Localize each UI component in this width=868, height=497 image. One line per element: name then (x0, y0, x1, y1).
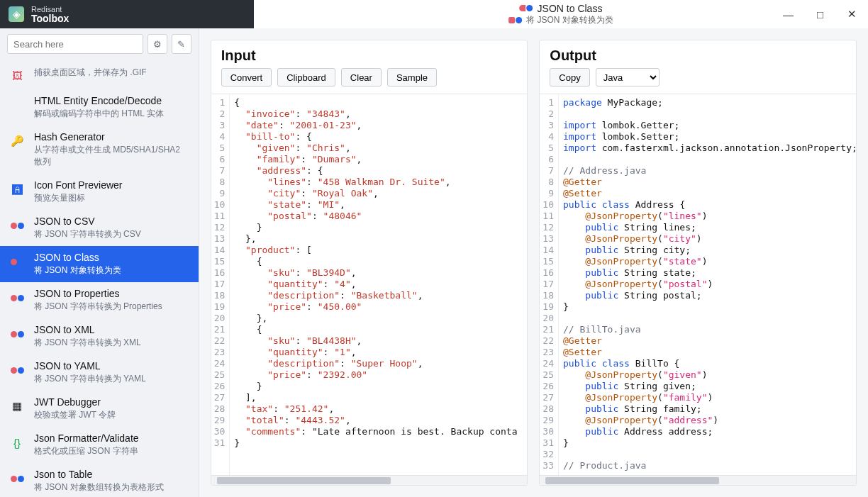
sidebar-item-title: Json to Table (34, 469, 164, 480)
titlebar: ◈ Redisant Toolbox JSON to Class 将 JSON … (0, 0, 868, 28)
sidebar-item-title: JSON to XML (34, 324, 141, 335)
sidebar-item-icon: 🅰 (9, 181, 26, 198)
sidebar-item-desc: 将 JSON 字符串转换为 Properties (34, 301, 162, 313)
clear-button[interactable]: Clear (341, 68, 382, 86)
sidebar-item-desc: 从字符串或文件生成 MD5/SHA1/SHA2 散列 (34, 144, 190, 168)
sidebar-item-icon (9, 325, 26, 342)
clipboard-button[interactable]: Clipboard (277, 68, 335, 86)
sidebar-item-desc: 解码或编码字符串中的 HTML 实体 (34, 108, 164, 120)
sidebar-item-title: Icon Font Previewer (34, 179, 123, 191)
sidebar-item-icon (9, 470, 26, 487)
sidebar-item-desc: 捕获桌面区域，并保存为 .GIF (34, 67, 147, 79)
sidebar-item-hash-generator[interactable]: 🔑Hash Generator从字符串或文件生成 MD5/SHA1/SHA2 散… (0, 125, 199, 174)
header-icon-2 (508, 17, 522, 23)
sidebar-item-title: JSON to Class (34, 252, 121, 263)
app-logo-icon: ◈ (9, 6, 24, 22)
sidebar-item-item[interactable]: 🖼捕获桌面区域，并保存为 .GIF (0, 60, 199, 89)
output-scrollbar-horizontal[interactable] (540, 475, 856, 485)
page-subtitle: 将 JSON 对象转换为类 (526, 14, 613, 26)
output-pane: Output Copy Java 1 2 3 4 5 6 7 8 9 10 11… (539, 40, 857, 486)
search-input[interactable] (7, 34, 143, 54)
sidebar-item-title: Hash Generator (34, 131, 190, 143)
sidebar-item-desc: 将 JSON 字符串转换为 YAML (34, 373, 146, 385)
sidebar-item-title: JWT Debugger (34, 396, 116, 408)
page-title: JSON to Class (538, 3, 603, 14)
window-maximize-button[interactable]: □ (804, 0, 836, 28)
input-scrollbar-horizontal[interactable] (211, 475, 528, 485)
sidebar-item-desc: 将 JSON 对象数组转换为表格形式 (34, 481, 164, 493)
settings-icon[interactable]: ⚙ (148, 34, 167, 54)
sidebar-item-json-to-table[interactable]: Json to Table将 JSON 对象数组转换为表格形式 (0, 463, 199, 497)
convert-button[interactable]: Convert (221, 68, 272, 86)
language-select[interactable]: Java (596, 68, 660, 86)
sidebar-item-icon (9, 217, 26, 234)
output-heading: Output (540, 40, 856, 68)
sidebar-item-json-to-csv[interactable]: JSON to CSV将 JSON 字符串转换为 CSV (0, 210, 199, 246)
sidebar-item-json-formatter-validate[interactable]: {}Json Formatter/Validate格式化或压缩 JSON 字符串 (0, 427, 199, 463)
sidebar-item-desc: 将 JSON 字符串转换为 CSV (34, 228, 141, 240)
sidebar-item-icon: 🖼 (9, 67, 26, 84)
sidebar-item-title: Json Formatter/Validate (34, 432, 139, 444)
window-close-button[interactable]: ✕ (836, 0, 868, 28)
sidebar-item-desc: 校验或签署 JWT 令牌 (34, 409, 116, 421)
sidebar-item-icon (9, 289, 26, 306)
sidebar-item-icon (9, 362, 26, 379)
sidebar-item-json-to-class[interactable]: JSON to Class将 JSON 对象转换为类 (0, 246, 199, 282)
input-heading: Input (211, 40, 528, 68)
sidebar-item-title: JSON to CSV (34, 216, 141, 227)
output-editor[interactable]: 1 2 3 4 5 6 7 8 9 10 11 12 13 14 15 16 1… (540, 94, 856, 475)
sidebar-item-json-to-xml[interactable]: JSON to XML将 JSON 字符串转换为 XML (0, 318, 199, 354)
sidebar-item-icon-font-previewer[interactable]: 🅰Icon Font Previewer预览矢量图标 (0, 174, 199, 210)
input-pane: Input Convert Clipboard Clear Sample 1 2… (211, 40, 528, 486)
sidebar-item-desc: 预览矢量图标 (34, 192, 123, 204)
sidebar-item-icon (9, 253, 26, 270)
sidebar: ⚙ ✎ 🖼捕获桌面区域，并保存为 .GIFHTML Entity Encode/… (0, 28, 199, 497)
sidebar-item-desc: 将 JSON 对象转换为类 (34, 264, 121, 277)
input-editor[interactable]: 1 2 3 4 5 6 7 8 9 10 11 12 13 14 15 16 1… (211, 94, 528, 475)
copy-button[interactable]: Copy (550, 68, 589, 86)
sidebar-item-desc: 将 JSON 字符串转换为 XML (34, 337, 141, 349)
brand-name: Toolbox (31, 13, 69, 23)
app-brand: Redisant Toolbox (31, 6, 69, 23)
sidebar-item-icon: 🔑 (9, 133, 26, 150)
sidebar-item-icon: {} (9, 434, 26, 451)
sidebar-item-jwt-debugger[interactable]: ▦JWT Debugger校验或签署 JWT 令牌 (0, 391, 199, 427)
window-minimize-button[interactable]: — (772, 0, 804, 28)
sidebar-item-html-entity-encode-decode[interactable]: HTML Entity Encode/Decode解码或编码字符串中的 HTML… (0, 89, 199, 125)
sidebar-item-json-to-properties[interactable]: JSON to Properties将 JSON 字符串转换为 Properti… (0, 282, 199, 318)
brand-top: Redisant (31, 5, 62, 13)
sample-button[interactable]: Sample (387, 68, 437, 86)
sidebar-item-desc: 格式化或压缩 JSON 字符串 (34, 445, 139, 457)
edit-icon[interactable]: ✎ (172, 34, 191, 54)
sidebar-item-title: JSON to YAML (34, 360, 146, 372)
header-icon (520, 5, 533, 11)
sidebar-item-title: JSON to Properties (34, 288, 162, 299)
sidebar-item-title: HTML Entity Encode/Decode (34, 95, 164, 106)
sidebar-item-json-to-yaml[interactable]: JSON to YAML将 JSON 字符串转换为 YAML (0, 354, 199, 391)
sidebar-item-icon: ▦ (9, 398, 26, 415)
sidebar-item-icon (9, 96, 26, 113)
